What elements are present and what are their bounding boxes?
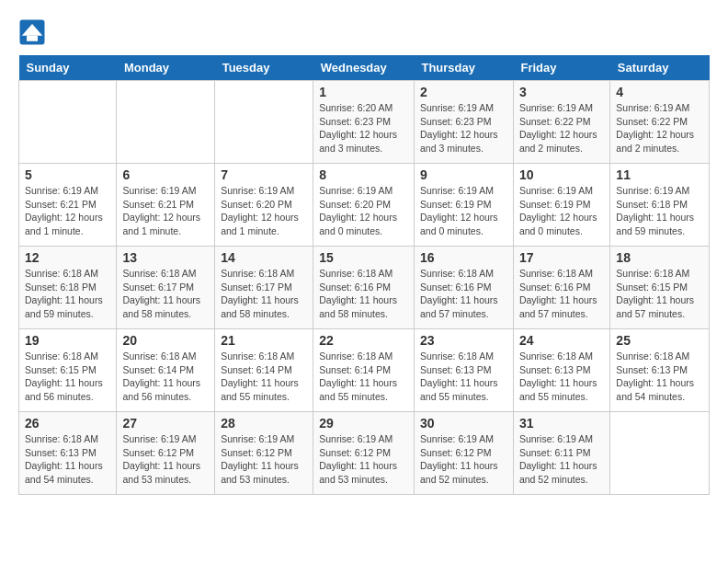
day-info: Sunrise: 6:19 AMSunset: 6:21 PMDaylight:… bbox=[122, 184, 209, 238]
calendar-cell-w1d3 bbox=[215, 81, 313, 164]
day-number: 24 bbox=[519, 333, 604, 348]
weekday-saturday: Saturday bbox=[610, 55, 710, 81]
calendar-cell-w4d5: 23Sunrise: 6:18 AMSunset: 6:13 PMDayligh… bbox=[414, 329, 513, 412]
calendar-cell-w5d6: 31Sunrise: 6:19 AMSunset: 6:11 PMDayligh… bbox=[513, 412, 609, 495]
calendar-cell-w3d2: 13Sunrise: 6:18 AMSunset: 6:17 PMDayligh… bbox=[117, 247, 215, 329]
day-info: Sunrise: 6:18 AMSunset: 6:15 PMDaylight:… bbox=[616, 267, 703, 321]
calendar-cell-w2d2: 6Sunrise: 6:19 AMSunset: 6:21 PMDaylight… bbox=[117, 164, 215, 247]
calendar-cell-w3d6: 17Sunrise: 6:18 AMSunset: 6:16 PMDayligh… bbox=[513, 247, 609, 329]
day-info: Sunrise: 6:19 AMSunset: 6:23 PMDaylight:… bbox=[420, 101, 507, 155]
day-number: 5 bbox=[25, 167, 110, 182]
day-number: 31 bbox=[519, 416, 604, 431]
day-number: 8 bbox=[319, 167, 408, 182]
day-number: 13 bbox=[122, 250, 209, 265]
calendar-cell-w1d7: 4Sunrise: 6:19 AMSunset: 6:22 PMDaylight… bbox=[610, 81, 710, 164]
calendar-table: SundayMondayTuesdayWednesdayThursdayFrid… bbox=[18, 55, 710, 495]
calendar-cell-w1d6: 3Sunrise: 6:19 AMSunset: 6:22 PMDaylight… bbox=[513, 81, 609, 164]
day-info: Sunrise: 6:20 AMSunset: 6:23 PMDaylight:… bbox=[319, 101, 408, 155]
day-number: 20 bbox=[122, 333, 209, 348]
calendar-cell-w2d1: 5Sunrise: 6:19 AMSunset: 6:21 PMDaylight… bbox=[19, 164, 117, 247]
weekday-header-row: SundayMondayTuesdayWednesdayThursdayFrid… bbox=[19, 55, 710, 81]
logo bbox=[18, 18, 50, 46]
calendar-cell-w4d4: 22Sunrise: 6:18 AMSunset: 6:14 PMDayligh… bbox=[313, 329, 415, 412]
calendar-cell-w2d4: 8Sunrise: 6:19 AMSunset: 6:20 PMDaylight… bbox=[313, 164, 415, 247]
weekday-tuesday: Tuesday bbox=[215, 55, 313, 81]
page-header bbox=[18, 18, 710, 46]
day-info: Sunrise: 6:18 AMSunset: 6:14 PMDaylight:… bbox=[221, 350, 307, 404]
calendar-week-5: 26Sunrise: 6:18 AMSunset: 6:13 PMDayligh… bbox=[19, 412, 710, 495]
day-number: 17 bbox=[519, 250, 604, 265]
calendar-cell-w3d5: 16Sunrise: 6:18 AMSunset: 6:16 PMDayligh… bbox=[414, 247, 513, 329]
weekday-thursday: Thursday bbox=[414, 55, 513, 81]
day-info: Sunrise: 6:19 AMSunset: 6:12 PMDaylight:… bbox=[221, 432, 307, 487]
calendar-cell-w1d2 bbox=[117, 81, 215, 164]
day-number: 21 bbox=[221, 333, 307, 348]
day-number: 12 bbox=[25, 250, 110, 265]
day-info: Sunrise: 6:19 AMSunset: 6:21 PMDaylight:… bbox=[25, 184, 110, 238]
day-number: 4 bbox=[616, 85, 703, 99]
day-number: 23 bbox=[420, 333, 507, 348]
day-info: Sunrise: 6:19 AMSunset: 6:19 PMDaylight:… bbox=[420, 184, 507, 238]
day-info: Sunrise: 6:18 AMSunset: 6:17 PMDaylight:… bbox=[221, 267, 307, 321]
calendar-cell-w3d1: 12Sunrise: 6:18 AMSunset: 6:18 PMDayligh… bbox=[19, 247, 117, 329]
calendar-cell-w2d5: 9Sunrise: 6:19 AMSunset: 6:19 PMDaylight… bbox=[414, 164, 513, 247]
logo-icon bbox=[18, 18, 46, 46]
day-info: Sunrise: 6:18 AMSunset: 6:18 PMDaylight:… bbox=[25, 267, 110, 321]
calendar-cell-w2d3: 7Sunrise: 6:19 AMSunset: 6:20 PMDaylight… bbox=[215, 164, 313, 247]
day-number: 27 bbox=[122, 416, 209, 431]
day-info: Sunrise: 6:18 AMSunset: 6:16 PMDaylight:… bbox=[319, 267, 408, 321]
day-number: 11 bbox=[616, 167, 703, 182]
day-info: Sunrise: 6:19 AMSunset: 6:20 PMDaylight:… bbox=[221, 184, 307, 238]
day-info: Sunrise: 6:19 AMSunset: 6:12 PMDaylight:… bbox=[319, 432, 408, 487]
calendar-cell-w4d3: 21Sunrise: 6:18 AMSunset: 6:14 PMDayligh… bbox=[215, 329, 313, 412]
calendar-week-2: 5Sunrise: 6:19 AMSunset: 6:21 PMDaylight… bbox=[19, 164, 710, 247]
calendar-cell-w5d7 bbox=[610, 412, 710, 495]
weekday-wednesday: Wednesday bbox=[313, 55, 415, 81]
day-number: 18 bbox=[616, 250, 703, 265]
day-info: Sunrise: 6:19 AMSunset: 6:22 PMDaylight:… bbox=[616, 101, 703, 155]
svg-rect-2 bbox=[27, 36, 38, 41]
calendar-cell-w5d3: 28Sunrise: 6:19 AMSunset: 6:12 PMDayligh… bbox=[215, 412, 313, 495]
day-number: 10 bbox=[519, 167, 604, 182]
calendar-week-1: 1Sunrise: 6:20 AMSunset: 6:23 PMDaylight… bbox=[19, 81, 710, 164]
day-info: Sunrise: 6:18 AMSunset: 6:17 PMDaylight:… bbox=[122, 267, 209, 321]
day-number: 22 bbox=[319, 333, 408, 348]
day-number: 6 bbox=[122, 167, 209, 182]
day-info: Sunrise: 6:19 AMSunset: 6:19 PMDaylight:… bbox=[519, 184, 604, 238]
day-number: 28 bbox=[221, 416, 307, 431]
weekday-friday: Friday bbox=[513, 55, 609, 81]
day-number: 19 bbox=[25, 333, 110, 348]
day-number: 7 bbox=[221, 167, 307, 182]
day-info: Sunrise: 6:18 AMSunset: 6:13 PMDaylight:… bbox=[616, 350, 703, 404]
calendar-cell-w1d5: 2Sunrise: 6:19 AMSunset: 6:23 PMDaylight… bbox=[414, 81, 513, 164]
calendar-cell-w4d2: 20Sunrise: 6:18 AMSunset: 6:14 PMDayligh… bbox=[117, 329, 215, 412]
day-info: Sunrise: 6:18 AMSunset: 6:14 PMDaylight:… bbox=[319, 350, 408, 404]
calendar-cell-w3d7: 18Sunrise: 6:18 AMSunset: 6:15 PMDayligh… bbox=[610, 247, 710, 329]
calendar-week-4: 19Sunrise: 6:18 AMSunset: 6:15 PMDayligh… bbox=[19, 329, 710, 412]
day-info: Sunrise: 6:19 AMSunset: 6:18 PMDaylight:… bbox=[616, 184, 703, 238]
day-number: 30 bbox=[420, 416, 507, 431]
day-info: Sunrise: 6:19 AMSunset: 6:12 PMDaylight:… bbox=[122, 432, 209, 487]
weekday-sunday: Sunday bbox=[19, 55, 117, 81]
day-number: 2 bbox=[420, 85, 507, 99]
day-number: 9 bbox=[420, 167, 507, 182]
day-info: Sunrise: 6:19 AMSunset: 6:12 PMDaylight:… bbox=[420, 432, 507, 487]
day-info: Sunrise: 6:18 AMSunset: 6:13 PMDaylight:… bbox=[420, 350, 507, 404]
day-number: 25 bbox=[616, 333, 703, 348]
calendar-cell-w5d1: 26Sunrise: 6:18 AMSunset: 6:13 PMDayligh… bbox=[19, 412, 117, 495]
day-info: Sunrise: 6:18 AMSunset: 6:15 PMDaylight:… bbox=[25, 350, 110, 404]
day-number: 16 bbox=[420, 250, 507, 265]
calendar-cell-w2d6: 10Sunrise: 6:19 AMSunset: 6:19 PMDayligh… bbox=[513, 164, 609, 247]
weekday-monday: Monday bbox=[117, 55, 215, 81]
day-info: Sunrise: 6:19 AMSunset: 6:11 PMDaylight:… bbox=[519, 432, 604, 487]
calendar-cell-w4d7: 25Sunrise: 6:18 AMSunset: 6:13 PMDayligh… bbox=[610, 329, 710, 412]
calendar-week-3: 12Sunrise: 6:18 AMSunset: 6:18 PMDayligh… bbox=[19, 247, 710, 329]
day-number: 15 bbox=[319, 250, 408, 265]
day-number: 26 bbox=[25, 416, 110, 431]
day-info: Sunrise: 6:19 AMSunset: 6:20 PMDaylight:… bbox=[319, 184, 408, 238]
calendar-cell-w3d3: 14Sunrise: 6:18 AMSunset: 6:17 PMDayligh… bbox=[215, 247, 313, 329]
calendar-cell-w5d5: 30Sunrise: 6:19 AMSunset: 6:12 PMDayligh… bbox=[414, 412, 513, 495]
calendar-cell-w4d1: 19Sunrise: 6:18 AMSunset: 6:15 PMDayligh… bbox=[19, 329, 117, 412]
calendar-cell-w1d1 bbox=[19, 81, 117, 164]
day-info: Sunrise: 6:18 AMSunset: 6:14 PMDaylight:… bbox=[122, 350, 209, 404]
